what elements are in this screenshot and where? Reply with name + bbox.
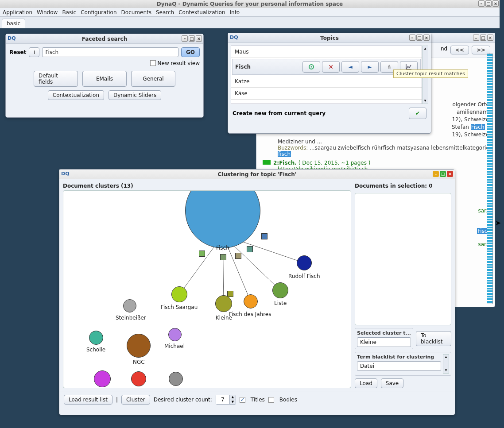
faceted-window: DQ Faceted search – □ × Reset + GO New r… (5, 34, 204, 118)
cursor-icon: ➤ (495, 219, 501, 227)
cluster-minimize[interactable]: – (433, 171, 439, 177)
cluster-button[interactable]: Cluster (121, 395, 150, 405)
node-rudolf[interactable] (297, 255, 312, 270)
topics-minimize[interactable]: – (409, 35, 415, 41)
menu-contextualization[interactable]: Contextualization (178, 9, 225, 15)
edge-marker (247, 246, 253, 252)
topics-title: Topics (320, 35, 339, 41)
collapse-left-icon[interactable]: ◄ (341, 61, 359, 73)
edge-marker (235, 253, 241, 259)
node-stein[interactable] (123, 299, 136, 312)
node-saargau[interactable] (171, 286, 187, 302)
general-button[interactable]: General (131, 71, 175, 87)
topic-item[interactable]: Käse (231, 88, 422, 100)
node-begriff[interactable] (94, 370, 111, 387)
faceted-maximize[interactable]: □ (189, 35, 195, 42)
results-density-bar[interactable] (487, 54, 493, 304)
results-close[interactable]: × (487, 35, 493, 41)
edge-marker (261, 233, 268, 239)
faceted-title: Faceted search (82, 36, 127, 42)
menu-basic[interactable]: Basic (62, 9, 76, 15)
cluster-close[interactable]: × (447, 171, 453, 177)
minimize-button[interactable]: – (478, 0, 485, 7)
bodies-checkbox[interactable] (268, 397, 274, 403)
results-minimize[interactable]: – (473, 35, 479, 41)
create-confirm-button[interactable]: ✔ (409, 108, 426, 119)
faceted-minimize[interactable]: – (182, 35, 188, 42)
contextualization-button[interactable]: Contextualization (48, 90, 104, 100)
edge-marker (220, 254, 226, 260)
topic-item-selected[interactable]: Fisch ✕ ◄ ► ⋔ (232, 59, 421, 75)
svg-point-1 (311, 66, 312, 68)
dynamic-sliders-button[interactable]: Dynamic Sliders (109, 90, 161, 100)
selected-term-input[interactable] (357, 337, 411, 347)
save-button[interactable]: Save (381, 378, 403, 388)
cluster-title: Clustering for topic 'Fisch' (218, 171, 297, 177)
blacklist-input[interactable] (357, 361, 441, 371)
node-liste[interactable] (272, 282, 288, 298)
menu-configuration[interactable]: Configuration (81, 9, 116, 15)
topics-maximize[interactable]: □ (416, 35, 423, 41)
results-maximize[interactable]: □ (480, 35, 486, 41)
go-button[interactable]: GO (181, 47, 200, 57)
default-fields-button[interactable]: Default fields (34, 71, 78, 87)
menubar: Application Window Basic Configuration D… (0, 8, 500, 17)
desired-label: Desired cluster count: (154, 397, 212, 403)
close-button[interactable]: × (492, 0, 499, 7)
menu-documents[interactable]: Documents (121, 9, 151, 15)
topics-window: DQ Topics – □ × Maus Fisch ✕ ◄ ► ⋔ Katze (228, 33, 431, 134)
load-result-list-button[interactable]: Load result list (64, 395, 112, 405)
maximize-button[interactable]: □ (485, 0, 492, 7)
menu-info[interactable]: Info (230, 9, 240, 15)
node-gericht[interactable] (169, 372, 183, 386)
topics-close[interactable]: × (423, 35, 430, 41)
new-result-checkbox[interactable] (150, 60, 156, 66)
node-kueche[interactable] (131, 371, 146, 386)
cluster-count-spinner[interactable]: ▲▼ (216, 395, 236, 405)
cluster-tooltip: Cluster topic result matches (393, 69, 468, 78)
results-prev[interactable]: << (450, 46, 469, 54)
blacklist-scrollbar[interactable]: ▴▾ (443, 354, 449, 374)
results-next[interactable]: >> (472, 46, 490, 54)
load-button[interactable]: Load (355, 378, 377, 388)
app-icon: DQ (61, 171, 69, 177)
documents-selection (355, 193, 451, 325)
edge-marker (227, 291, 233, 297)
tabbar: basic (0, 17, 500, 28)
gear-icon[interactable] (302, 61, 320, 73)
node-ngc[interactable] (127, 334, 151, 358)
to-blacklist-button[interactable]: To blacklist (416, 331, 451, 346)
edge-marker (199, 251, 205, 257)
node-kleine[interactable] (215, 295, 232, 312)
app-icon: DQ (230, 35, 238, 40)
collapse-right-icon[interactable]: ► (361, 61, 379, 73)
app-titlebar: DynaQ - Dynamic Queries for your persona… (0, 0, 500, 8)
menu-search[interactable]: Search (156, 9, 174, 15)
app-title: DynaQ - Dynamic Queries for your persona… (157, 1, 343, 7)
node-jahres[interactable] (244, 294, 258, 308)
docsel-label: Documents in selection: 0 (355, 183, 451, 189)
tab-basic[interactable]: basic (2, 19, 25, 28)
node-scholle[interactable] (89, 331, 103, 345)
clusters-label: Document clusters (13) (63, 183, 351, 189)
create-label: Create new from current query (233, 110, 326, 116)
spin-up[interactable]: ▲ (229, 395, 236, 400)
delete-icon[interactable]: ✕ (322, 61, 340, 73)
cluster-maximize[interactable]: □ (440, 171, 446, 177)
menu-window[interactable]: Window (37, 9, 58, 15)
query-input[interactable] (42, 47, 178, 57)
reset-label[interactable]: Reset (9, 49, 26, 55)
emails-button[interactable]: EMails (82, 71, 127, 87)
cluster-canvas[interactable]: Fisch Rudolf Fisch Liste Fisch des Jahre… (63, 190, 351, 388)
topic-item[interactable]: Maus (231, 46, 422, 58)
menu-application[interactable]: Application (3, 9, 32, 15)
clustering-window: DQ Clustering for topic 'Fisch' – □ × Do… (59, 169, 455, 415)
spin-down[interactable]: ▼ (229, 400, 236, 404)
titles-checkbox[interactable]: ✓ (240, 397, 245, 403)
faceted-close[interactable]: × (196, 35, 202, 42)
app-icon: DQ (8, 35, 16, 41)
relevance-icon (263, 160, 271, 165)
node-michael[interactable] (168, 328, 182, 341)
add-term-button[interactable]: + (29, 47, 39, 57)
